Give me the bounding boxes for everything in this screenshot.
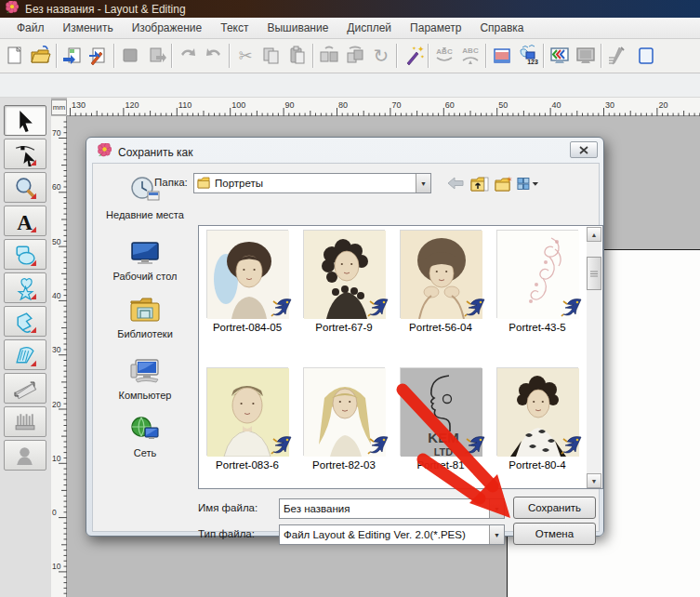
- rotate-button[interactable]: ↻: [368, 42, 394, 70]
- open-file-button[interactable]: [28, 42, 54, 70]
- text-arc-up-button[interactable]: ABC: [457, 42, 483, 70]
- fancy-shapes-tool[interactable]: [4, 272, 46, 303]
- file-item[interactable]: Portret-82-03: [297, 367, 390, 471]
- new-design-button[interactable]: [2, 42, 28, 70]
- place-label: Недавние места: [106, 209, 184, 220]
- text-tool[interactable]: A: [4, 206, 46, 236]
- sewing-order-button[interactable]: 123: [515, 42, 541, 70]
- menu-item-1[interactable]: Изменить: [54, 19, 123, 37]
- menu-item-0[interactable]: Файл: [7, 19, 54, 37]
- magic-wand-button[interactable]: ✦✦✦: [400, 42, 426, 70]
- chevron-down-icon[interactable]: ▼: [489, 499, 504, 518]
- filetype-combo[interactable]: Файл Layout & Editing Ver. 2.0(*.PES) ▼: [279, 524, 505, 545]
- cancel-button[interactable]: Отмена: [513, 523, 596, 545]
- place-desktop[interactable]: Рабочий стол: [102, 240, 188, 283]
- portrait-tool[interactable]: [4, 440, 46, 471]
- svg-text:130: 130: [72, 100, 86, 110]
- sewing-attributes-button[interactable]: [489, 42, 515, 70]
- cut-button[interactable]: ✂: [232, 42, 258, 70]
- filename-combo[interactable]: Без названия ▼: [279, 498, 505, 519]
- close-icon[interactable]: [570, 141, 598, 158]
- place-network[interactable]: Сеть: [102, 415, 188, 459]
- place-libraries[interactable]: Библиотеки: [102, 296, 188, 340]
- new-folder-icon[interactable]: ✶: [493, 174, 515, 192]
- outline-tool-icon: [13, 310, 37, 334]
- file-item[interactable]: Portret-43-5: [491, 230, 584, 333]
- solid-view-button[interactable]: [573, 42, 599, 70]
- point-edit-tool-icon: [13, 142, 37, 166]
- copy-button[interactable]: [258, 42, 284, 70]
- text-arc-down-button[interactable]: ABC: [431, 42, 457, 70]
- manual-punch-tool[interactable]: [4, 406, 46, 437]
- menu-item-6[interactable]: Параметр: [401, 19, 470, 37]
- svg-text:100: 100: [231, 100, 245, 110]
- redo-icon: [203, 45, 225, 67]
- file-item[interactable]: KEMLTDPortret-81: [394, 367, 487, 471]
- place-recent-places[interactable]: Недавние места: [102, 175, 188, 221]
- svg-text:40: 40: [552, 100, 561, 110]
- export-button[interactable]: [143, 42, 169, 70]
- save-button[interactable]: [117, 42, 143, 70]
- fan-shape-tool[interactable]: [4, 339, 46, 370]
- select-tool[interactable]: [4, 105, 46, 136]
- undo-button[interactable]: [175, 42, 201, 70]
- file-item[interactable]: Portret-56-04: [394, 230, 487, 333]
- svg-text:✦: ✦: [417, 45, 424, 54]
- embroidery-bird-icon: [561, 297, 583, 321]
- flip-vertical-button[interactable]: [342, 42, 368, 70]
- text-tool-icon: A: [13, 209, 37, 233]
- stitch-simulator-button[interactable]: [604, 42, 630, 70]
- title-bar[interactable]: Без названия - Layout & Editing: [0, 0, 700, 18]
- file-item[interactable]: Portret-084-05: [201, 230, 294, 333]
- save-as-dialog: Сохранить как Папка: Портреты ▼ ✶ Недавн…: [86, 137, 604, 537]
- scroll-up-icon[interactable]: ▲: [587, 227, 601, 242]
- basic-shapes-tool[interactable]: [4, 239, 46, 270]
- design-property-button[interactable]: [630, 42, 656, 70]
- chevron-down-icon[interactable]: ▼: [416, 174, 430, 192]
- libraries-icon: [102, 296, 188, 326]
- import-image-button[interactable]: [59, 42, 86, 70]
- measure-tool[interactable]: [4, 373, 46, 404]
- file-thumbnail-woman-bob-blue: [206, 230, 288, 318]
- chevron-down-icon[interactable]: ▼: [489, 525, 504, 544]
- zoom-tool[interactable]: [4, 172, 46, 203]
- flip-horizontal-button[interactable]: [316, 42, 342, 70]
- up-one-level-icon[interactable]: [469, 174, 491, 192]
- rotate-icon: ↻: [370, 45, 392, 67]
- desktop-icon: [102, 240, 188, 269]
- toolbar-separator: [229, 44, 231, 68]
- menu-item-2[interactable]: Изображение: [123, 19, 212, 37]
- menu-item-4[interactable]: Вышивание: [258, 19, 337, 37]
- file-list[interactable]: Portret-084-05Portret-67-9Portret-56-04P…: [198, 225, 603, 489]
- scrollbar[interactable]: ▲ ▼: [587, 227, 601, 488]
- image-to-stitch-button[interactable]: [86, 42, 112, 70]
- portrait-tool-icon: [13, 444, 37, 468]
- dialog-title-bar[interactable]: Сохранить как: [98, 143, 192, 161]
- view-menu-icon[interactable]: [517, 174, 539, 192]
- realistic-preview-button[interactable]: [547, 42, 573, 70]
- file-item[interactable]: Portret-083-6: [201, 367, 294, 471]
- toolbar-separator: [56, 44, 58, 68]
- svg-text:✶: ✶: [506, 176, 513, 184]
- menu-item-7[interactable]: Справка: [470, 19, 533, 37]
- outline-tool[interactable]: [4, 306, 46, 337]
- file-item[interactable]: Portret-67-9: [297, 230, 390, 333]
- fancy-shapes-tool-icon: [13, 276, 37, 300]
- file-item[interactable]: Portret-80-4: [491, 367, 584, 471]
- svg-text:20: 20: [52, 400, 61, 409]
- scroll-down-icon[interactable]: ▼: [587, 473, 601, 488]
- place-computer[interactable]: Компьютер: [102, 357, 188, 402]
- file-thumbnail-woman-curly: [303, 230, 385, 318]
- redo-button[interactable]: [201, 42, 227, 70]
- folder-combo[interactable]: Портреты ▼: [193, 173, 431, 193]
- menu-item-3[interactable]: Текст: [211, 19, 258, 37]
- file-thumbnail-young-man: [206, 367, 288, 456]
- svg-text:✂: ✂: [238, 46, 252, 65]
- scrollbar-thumb[interactable]: [587, 257, 601, 290]
- save-button[interactable]: Сохранить: [513, 497, 596, 519]
- point-edit-tool[interactable]: [4, 139, 46, 169]
- app-window: Без названия - Layout & Editing ФайлИзме…: [0, 0, 700, 597]
- export-icon: [145, 45, 167, 67]
- paste-button[interactable]: [284, 42, 310, 70]
- menu-item-5[interactable]: Дисплей: [337, 19, 401, 37]
